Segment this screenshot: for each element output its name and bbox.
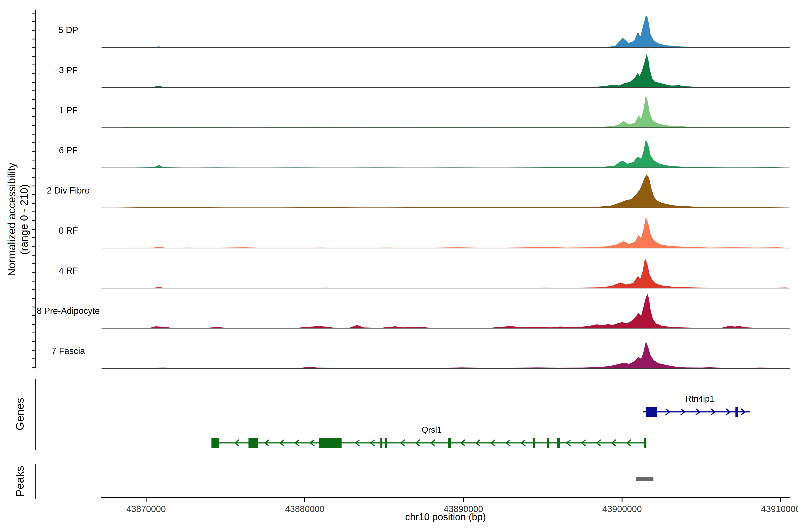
coverage-area-5-dp [102,16,790,48]
track-label: 1 PF [59,105,78,115]
gene-exon-qrsl1 [644,438,646,448]
x-axis-title: chr10 position (bp) [405,511,486,522]
gene-exon-qrsl1 [211,438,219,448]
coverage-area-4-rf [102,258,790,288]
gene-exon-qrsl1 [385,438,387,448]
x-axis-tick-label: 43880000 [285,504,324,514]
gene-exon-qrsl1 [533,438,535,448]
coverage-area-3-pf [102,54,790,88]
gene-exon-qrsl1 [557,438,560,448]
coverage-area-0-rf [102,217,790,248]
gene-exon-rtn4ip1 [736,407,738,417]
track-label: 3 PF [59,65,78,75]
y-axis-label-line1: Normalized accessibility [5,163,18,276]
track-label: 4 RF [59,266,78,276]
gene-exon-qrsl1 [448,438,451,448]
gene-exon-qrsl1 [380,438,382,448]
track-label: 0 RF [59,226,78,235]
coverage-area-6-pf [102,139,790,168]
gene-label-rtn4ip1: Rtn4ip1 [685,394,714,403]
track-label: 7 Fascia [52,346,85,356]
x-axis-tick-label: 43870000 [126,504,166,514]
track-label: 2 Div Fibro [47,186,90,195]
gene-exon-qrsl1 [319,438,342,448]
coverage-area-2-div-fibro [102,174,790,208]
y-axis-label-line2: (range 0 - 210) [18,184,30,255]
plot-canvas: 5 DP3 PF1 PF6 PF2 Div Fibro0 RF4 RF8 Pre… [0,0,798,532]
genome-browser-figure: 5 DP3 PF1 PF6 PF2 Div Fibro0 RF4 RF8 Pre… [0,0,798,532]
peak-region [636,477,653,481]
track-label: 8 Pre-Adipocyte [37,306,100,316]
x-axis-tick-label: 43910000 [761,504,798,514]
gene-exon-rtn4ip1 [646,407,657,417]
coverage-area-1-pf [102,95,790,128]
gene-exon-qrsl1 [248,438,258,448]
track-label: 5 DP [58,25,78,35]
coverage-area-7-fascia [102,341,790,368]
x-axis-tick-label: 43900000 [602,504,642,514]
track-label: 6 PF [59,146,78,155]
gene-label-qrsl1: Qrsl1 [422,425,442,435]
gene-exon-qrsl1 [547,438,549,448]
coverage-area-8-pre-adipocyte [102,294,790,328]
peaks-section-label: Peaks [14,466,26,497]
genes-section-label: Genes [14,398,26,430]
